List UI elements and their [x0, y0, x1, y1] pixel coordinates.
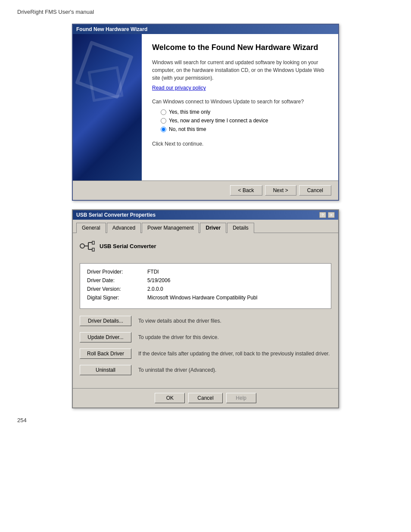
props-dialog: USB Serial Converter Properties ? × Gene… — [72, 209, 339, 408]
info-value-version: 2.0.0.0 — [147, 286, 163, 292]
info-label-version: Driver Version: — [87, 286, 147, 292]
wizard-radio-option-1: Yes, this time only — [161, 109, 328, 115]
driver-details-desc: To view details about the driver files. — [138, 318, 331, 324]
wizard-radio-2[interactable] — [161, 118, 166, 124]
props-help-footer-button[interactable]: Help — [226, 393, 256, 403]
svg-rect-5 — [92, 241, 94, 244]
action-row-update-driver: Update Driver... To update the driver fo… — [80, 332, 331, 342]
props-titlebar: USB Serial Converter Properties ? × — [73, 210, 338, 220]
update-driver-desc: To update the driver for this device. — [138, 334, 331, 340]
wizard-privacy-link[interactable]: Read our privacy policy — [152, 85, 206, 91]
tab-general[interactable]: General — [76, 223, 106, 233]
tab-advanced[interactable]: Advanced — [107, 223, 141, 233]
tab-driver[interactable]: Driver — [200, 223, 226, 233]
info-label-date: Driver Date: — [87, 277, 147, 283]
wizard-description: Windows will search for current and upda… — [152, 59, 328, 82]
wizard-dialog: Found New Hardware Wizard Welcome to the… — [72, 24, 339, 201]
info-label-provider: Driver Provider: — [87, 269, 147, 275]
wizard-radio-option-3: No, not this time — [161, 126, 328, 132]
props-device-header: USB Serial Converter — [80, 240, 331, 256]
info-label-signer: Digital Signer: — [87, 295, 147, 301]
uninstall-desc: To uninstall the driver (Advanced). — [138, 367, 331, 373]
tab-power-management[interactable]: Power Management — [142, 223, 199, 233]
info-value-provider: FTDI — [147, 269, 159, 275]
update-driver-button[interactable]: Update Driver... — [80, 332, 131, 342]
wizard-question: Can Windows connect to Windows Update to… — [152, 99, 328, 105]
props-body: USB Serial Converter Driver Provider: FT… — [73, 233, 338, 388]
driver-details-button[interactable]: Driver Details... — [80, 316, 131, 326]
roll-back-driver-button[interactable]: Roll Back Driver — [80, 348, 131, 359]
wizard-radio-label-3: No, not this time — [169, 126, 206, 132]
props-info-box: Driver Provider: FTDI Driver Date: 5/19/… — [80, 263, 331, 309]
props-cancel-button[interactable]: Cancel — [188, 393, 222, 403]
page-header: DriveRight FMS User's manual — [17, 9, 394, 15]
wizard-continue-text: Click Next to continue. — [152, 141, 328, 147]
props-titlebar-text: USB Serial Converter Properties — [76, 212, 156, 218]
props-ok-button[interactable]: OK — [155, 393, 185, 403]
device-name-label: USB Serial Converter — [100, 243, 156, 249]
wizard-radio-label-1: Yes, this time only — [169, 109, 210, 115]
wizard-body: Welcome to the Found New Hardware Wizard… — [73, 34, 338, 180]
page-number: 254 — [17, 417, 394, 423]
wizard-radio-1[interactable] — [161, 109, 166, 115]
action-row-uninstall: Uninstall To uninstall the driver (Advan… — [80, 365, 331, 375]
wizard-back-button[interactable]: < Back — [230, 185, 262, 196]
info-row-date: Driver Date: 5/19/2006 — [87, 277, 324, 283]
roll-back-driver-desc: If the device fails after updating the d… — [138, 351, 331, 357]
wizard-footer: < Back Next > Cancel — [73, 180, 338, 200]
info-value-date: 5/19/2006 — [147, 277, 170, 283]
wizard-radio-label-2: Yes, now and every time I connect a devi… — [169, 118, 268, 124]
info-row-provider: Driver Provider: FTDI — [87, 269, 324, 275]
info-row-version: Driver Version: 2.0.0.0 — [87, 286, 324, 292]
svg-rect-6 — [92, 248, 94, 251]
wizard-sidebar-graphic — [73, 34, 142, 180]
usb-device-icon — [80, 240, 95, 252]
props-help-button[interactable]: ? — [319, 212, 326, 218]
props-tabs: General Advanced Power Management Driver… — [73, 220, 338, 233]
action-row-roll-back: Roll Back Driver If the device fails aft… — [80, 348, 331, 359]
wizard-content: Welcome to the Found New Hardware Wizard… — [142, 34, 338, 180]
props-footer: OK Cancel Help — [73, 388, 338, 408]
wizard-cancel-button[interactable]: Cancel — [299, 185, 331, 196]
props-close-button[interactable]: × — [328, 212, 335, 218]
wizard-radio-group: Yes, this time only Yes, now and every t… — [161, 109, 328, 132]
titlebar-controls: ? × — [319, 212, 335, 218]
svg-point-0 — [80, 244, 84, 248]
wizard-titlebar: Found New Hardware Wizard — [73, 25, 338, 34]
wizard-heading: Welcome to the Found New Hardware Wizard — [152, 43, 328, 53]
info-value-signer: Microsoft Windows Hardware Compatibility… — [147, 295, 257, 301]
info-row-signer: Digital Signer: Microsoft Windows Hardwa… — [87, 295, 324, 301]
tab-details[interactable]: Details — [227, 223, 254, 233]
wizard-radio-3[interactable] — [161, 127, 166, 132]
wizard-next-button[interactable]: Next > — [265, 185, 296, 196]
uninstall-button[interactable]: Uninstall — [80, 365, 131, 375]
wizard-sidebar — [73, 34, 142, 180]
action-row-driver-details: Driver Details... To view details about … — [80, 316, 331, 326]
wizard-radio-option-2: Yes, now and every time I connect a devi… — [161, 118, 328, 124]
wizard-title-text: Found New Hardware Wizard — [76, 26, 147, 32]
